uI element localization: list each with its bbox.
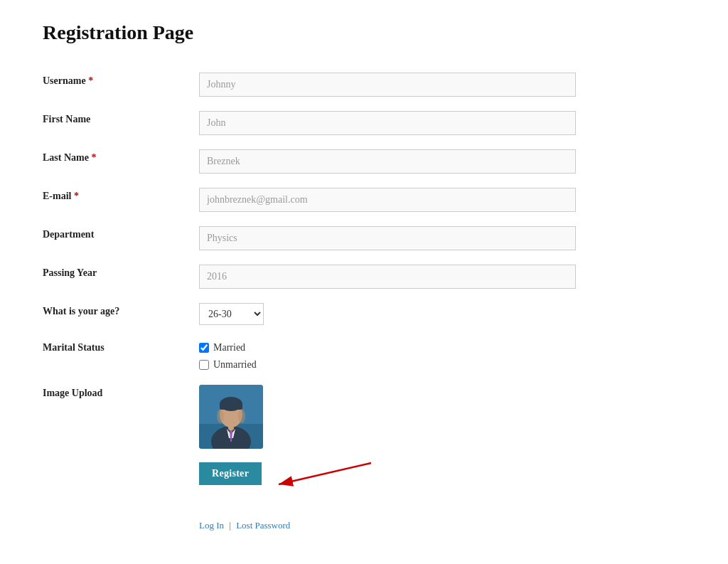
svg-rect-8 xyxy=(220,404,242,410)
age-label: What is your age? xyxy=(43,296,185,332)
married-checkbox[interactable] xyxy=(199,343,209,353)
link-divider: | xyxy=(229,520,231,531)
image-upload-label: Image Upload xyxy=(43,378,185,499)
svg-point-10 xyxy=(238,409,245,423)
firstname-input[interactable] xyxy=(199,111,576,135)
svg-line-12 xyxy=(279,463,371,484)
username-input[interactable] xyxy=(199,73,576,97)
married-option[interactable]: Married xyxy=(199,342,685,353)
register-button[interactable]: Register xyxy=(199,462,262,485)
marital-status-label: Marital Status xyxy=(43,332,185,378)
avatar-svg xyxy=(199,385,263,449)
lost-password-link[interactable]: Lost Password xyxy=(236,520,290,531)
age-select[interactable]: 26-30 Under 18 18-25 31-40 41-50 50+ xyxy=(199,303,264,325)
avatar xyxy=(199,385,263,449)
svg-point-9 xyxy=(217,409,224,423)
unmarried-checkbox[interactable] xyxy=(199,360,209,370)
footer-links: Log In | Lost Password xyxy=(43,520,685,531)
passing-year-input[interactable] xyxy=(199,265,576,289)
lastname-input[interactable] xyxy=(199,149,576,174)
passing-year-label: Passing Year xyxy=(43,257,185,296)
lastname-label: Last Name * xyxy=(43,142,185,181)
unmarried-option[interactable]: Unmarried xyxy=(199,359,685,371)
marital-status-group: Married Unmarried xyxy=(199,339,685,371)
username-label: Username * xyxy=(43,65,185,104)
email-label: E-mail * xyxy=(43,181,185,219)
red-arrow-icon xyxy=(264,456,378,491)
married-label: Married xyxy=(213,342,245,353)
login-link[interactable]: Log In xyxy=(199,520,224,531)
department-input[interactable] xyxy=(199,226,576,250)
firstname-label: First Name xyxy=(43,104,185,142)
email-input[interactable] xyxy=(199,188,576,212)
image-upload-area: Register xyxy=(199,385,685,491)
register-row: Register xyxy=(199,456,685,491)
department-label: Department xyxy=(43,219,185,257)
page-title: Registration Page xyxy=(43,21,685,44)
unmarried-label: Unmarried xyxy=(213,359,257,371)
registration-form: Username * First Name Last Name * E-mail… xyxy=(43,65,685,499)
